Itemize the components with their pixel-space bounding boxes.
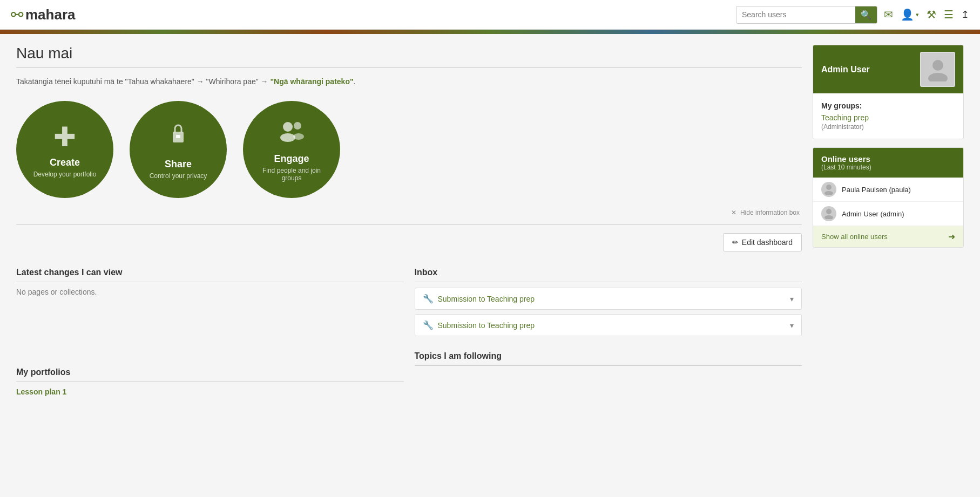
main-content: Nau mai Takatāngia tēnei kuputuhi mā te … [16,45,802,396]
engage-circle[interactable]: Engage Find people and join groups [243,101,340,198]
admin-name: Admin User [821,65,870,74]
svg-point-8 [826,185,832,190]
create-circle[interactable]: ✚ Create Develop your portfolio [16,101,113,198]
my-portfolios-section: My portfolios Lesson plan 1 [16,367,404,396]
portfolios-topics-grid: My portfolios Lesson plan 1 Topics I am … [16,351,802,396]
logo[interactable]: ⚯ mahara [11,6,76,24]
online-users-title: Online users [821,154,871,164]
engage-desc: Find people and join groups [254,167,329,182]
my-portfolios-title: My portfolios [16,367,404,382]
latest-changes-title: Latest changes I can view [16,268,404,282]
show-all-arrow-icon: ➜ [948,232,955,242]
show-all-users-button[interactable]: Show all online users ➜ [813,226,963,247]
teaching-prep-link[interactable]: Teaching prep [821,113,955,122]
welcome-text: Takatāngia tēnei kuputuhi mā te "Tahua w… [16,76,802,87]
svg-point-7 [928,73,948,81]
intro-text: Takatāngia tēnei kuputuhi mā te "Tahua w… [16,77,270,86]
header-right: 🔍 ✉ 👤 ▾ ⚒ ☰ ↥ [736,6,969,24]
inbox-item-1-left: 🔧 Submission to Teaching prep [423,294,535,304]
svg-point-6 [932,60,943,71]
welcome-title: Nau mai [16,45,802,62]
svg-point-9 [824,191,833,195]
my-groups-title: My groups: [821,101,955,110]
svg-point-3 [294,122,301,130]
online-users-subtitle: (Last 10 minutes) [821,164,871,171]
dashboard-divider [16,224,802,225]
svg-rect-1 [176,135,180,138]
sidebar: Admin User My groups: Teaching prep (Adm… [813,45,964,396]
settings-link[interactable]: "Ngā whārangi pateko" [270,77,353,86]
admin-avatar [920,52,955,87]
logo-text: mahara [25,6,76,23]
menu-icon[interactable]: ☰ [944,8,954,21]
inbox-item-2-left: 🔧 Submission to Teaching prep [423,320,535,330]
admin-card-body: My groups: Teaching prep (Administrator) [813,93,963,139]
main-layout: Nau mai Takatāngia tēnei kuputuhi mā te … [0,34,980,407]
share-icon [164,120,192,154]
svg-point-2 [283,122,293,132]
search-button[interactable]: 🔍 [855,6,877,23]
inbox-section: Inbox 🔧 Submission to Teaching prep ▾ 🔧 … [415,268,802,341]
inbox-title: Inbox [415,268,802,282]
link-suffix: . [354,77,356,86]
share-circle[interactable]: Share Control your privacy [130,101,227,198]
show-all-users-label: Show all online users [821,233,888,241]
topics-title: Topics I am following [415,351,802,366]
admin-card-header: Admin User [813,45,963,93]
latest-changes-section: Latest changes I can view No pages or co… [16,268,404,341]
online-users-header-content: Online users (Last 10 minutes) [821,154,871,171]
svg-point-4 [280,133,295,142]
feature-circles: ✚ Create Develop your portfolio Share Co… [16,101,802,198]
user-avatar-1 [821,182,836,197]
online-users-header: Online users (Last 10 minutes) [813,148,963,178]
svg-point-5 [293,133,304,140]
welcome-divider [16,67,802,68]
admin-user-card: Admin User My groups: Teaching prep (Adm… [813,45,964,139]
create-desc: Develop your portfolio [33,171,97,178]
svg-point-10 [826,209,832,214]
color-bar [0,30,980,34]
bottom-grid: Latest changes I can view No pages or co… [16,268,802,341]
online-user-2: Admin User (admin) [813,202,963,226]
lesson-plan-link[interactable]: Lesson plan 1 [16,387,66,396]
inbox-chevron-2: ▾ [790,321,794,330]
mail-icon[interactable]: ✉ [884,8,893,21]
search-bar: 🔍 [736,6,877,24]
group-role: (Administrator) [821,123,864,131]
inbox-chevron-1: ▾ [790,295,794,303]
header-icons: ✉ 👤 ▾ ⚒ ☰ ↥ [884,8,969,21]
share-desc: Control your privacy [150,172,207,180]
online-user-1-name: Paula Paulsen (paula) [842,186,911,194]
inbox-wrench-icon-2: 🔧 [423,320,434,330]
inbox-item-1[interactable]: 🔧 Submission to Teaching prep ▾ [415,288,802,310]
admin-user-section: Admin User [821,52,955,87]
close-x-icon: ✕ [731,209,736,216]
header: ⚯ mahara 🔍 ✉ 👤 ▾ ⚒ ☰ ↥ [0,0,980,30]
svg-point-11 [824,215,833,219]
create-icon: ✚ [53,121,76,153]
logo-icon: ⚯ [11,6,23,24]
share-title: Share [165,159,192,170]
inbox-item-2[interactable]: 🔧 Submission to Teaching prep ▾ [415,314,802,336]
user-menu-icon[interactable]: 👤 ▾ [901,8,919,21]
no-content-message: No pages or collections. [16,288,404,296]
online-user-1: Paula Paulsen (paula) [813,178,963,202]
hide-info-label: Hide information box [740,209,800,216]
online-user-2-name: Admin User (admin) [842,210,904,218]
wrench-icon[interactable]: ⚒ [927,8,936,21]
inbox-wrench-icon-1: 🔧 [423,294,434,304]
inbox-item-2-title: Submission to Teaching prep [438,321,535,330]
pencil-icon: ✏ [732,238,739,247]
inbox-item-1-title: Submission to Teaching prep [438,295,535,303]
edit-dashboard-button[interactable]: ✏ Edit dashboard [723,233,802,251]
hide-info-box[interactable]: ✕ Hide information box [16,209,802,216]
search-input[interactable] [736,7,855,22]
topics-section: Topics I am following [415,351,802,396]
user-avatar-2 [821,206,836,221]
cursor: ↥ [961,9,969,21]
create-title: Create [50,157,80,168]
edit-dashboard-label: Edit dashboard [742,238,793,247]
online-users-card: Online users (Last 10 minutes) Paula Pau… [813,147,964,248]
engage-icon [277,118,307,149]
engage-title: Engage [274,153,309,165]
